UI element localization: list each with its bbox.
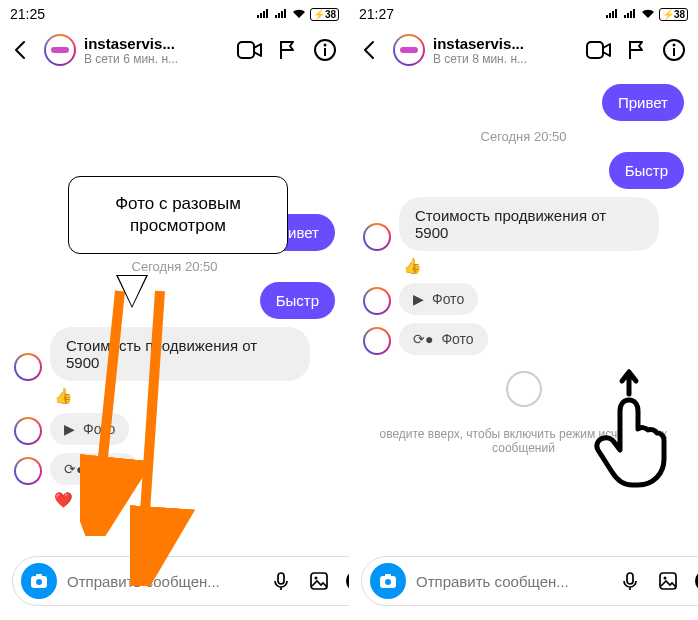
svg-point-9 <box>315 577 318 580</box>
chat-header: instaservis... В сети 6 мин. н... <box>0 28 349 76</box>
wifi-icon <box>292 9 306 19</box>
svg-rect-8 <box>311 573 327 589</box>
mic-icon[interactable] <box>267 567 295 595</box>
mic-icon[interactable] <box>616 567 644 595</box>
sender-avatar <box>363 223 391 251</box>
flag-icon[interactable] <box>626 39 648 61</box>
chat-presence: В сети 8 мин. н... <box>433 52 578 66</box>
signal-icon <box>605 9 619 19</box>
svg-rect-3 <box>324 48 326 56</box>
message-out[interactable]: Привет <box>363 84 684 121</box>
tooltip-callout: Фото с разовым просмотром <box>68 176 288 254</box>
svg-rect-11 <box>587 42 603 58</box>
message-in[interactable]: Стоимость продвижения от 5900 <box>363 197 684 251</box>
sender-avatar <box>363 287 391 315</box>
svg-point-2 <box>324 44 327 47</box>
messages-area[interactable]: Фото с разовым просмотром Привет Сегодня… <box>0 76 349 546</box>
chat-username: instaservis... <box>433 35 578 52</box>
bubble-fast: Быстр <box>609 152 684 189</box>
sender-avatar <box>14 353 42 381</box>
bubble-hello: Привет <box>602 84 684 121</box>
play-icon: ▶ <box>64 421 75 437</box>
play-icon: ▶ <box>413 291 424 307</box>
battery-indicator: ⚡38 <box>659 8 688 21</box>
gallery-icon[interactable] <box>305 567 333 595</box>
message-out[interactable]: Быстр <box>363 152 684 189</box>
date-separator: Сегодня 20:50 <box>363 129 684 144</box>
wifi-icon <box>641 9 655 19</box>
svg-rect-14 <box>673 48 675 56</box>
status-time: 21:27 <box>359 6 394 22</box>
svg-rect-6 <box>36 574 42 577</box>
svg-point-13 <box>673 44 676 47</box>
avatar[interactable] <box>393 34 425 66</box>
status-bar: 21:27 ⚡38 <box>349 0 698 28</box>
chat-username: instaservis... <box>84 35 229 52</box>
flag-icon[interactable] <box>277 39 299 61</box>
svg-rect-7 <box>278 573 284 584</box>
info-icon[interactable] <box>662 38 686 62</box>
arrow-annotation-2 <box>130 286 250 586</box>
replay-icon: ⟳● <box>413 331 433 347</box>
sender-avatar <box>14 457 42 485</box>
svg-rect-17 <box>385 574 391 577</box>
signal-icon-2 <box>623 9 637 19</box>
back-button[interactable] <box>8 36 36 64</box>
status-time: 21:25 <box>10 6 45 22</box>
sender-avatar <box>14 417 42 445</box>
reaction-thumbs-up[interactable]: 👍 <box>403 257 684 275</box>
sender-avatar <box>363 327 391 355</box>
svg-point-5 <box>36 579 42 585</box>
bubble-fast: Быстр <box>260 282 335 319</box>
video-call-icon[interactable] <box>237 39 263 61</box>
svg-rect-18 <box>627 573 633 584</box>
phone-left: 21:25 ⚡38 instaservis... В сети 6 мин. н… <box>0 0 349 620</box>
signal-icon-2 <box>274 9 288 19</box>
svg-rect-0 <box>238 42 254 58</box>
message-input[interactable] <box>416 573 606 590</box>
chat-header: instaservis... В сети 8 мин. н... <box>349 28 698 76</box>
battery-indicator: ⚡38 <box>310 8 339 21</box>
chat-title-block[interactable]: instaservis... В сети 8 мин. н... <box>433 35 578 66</box>
bubble-price: Стоимость продвижения от 5900 <box>399 197 659 251</box>
camera-button[interactable] <box>21 563 57 599</box>
photo-message-1[interactable]: ▶Фото <box>363 283 684 315</box>
svg-rect-19 <box>660 573 676 589</box>
svg-point-20 <box>664 577 667 580</box>
phone-right: 21:27 ⚡38 instaservis... В сети 8 мин. н… <box>349 0 698 620</box>
swipe-up-gesture-icon <box>584 366 674 500</box>
info-icon[interactable] <box>313 38 337 62</box>
composer <box>349 546 698 620</box>
gallery-icon[interactable] <box>654 567 682 595</box>
status-bar: 21:25 ⚡38 <box>0 0 349 28</box>
camera-button[interactable] <box>370 563 406 599</box>
plus-icon[interactable] <box>692 567 698 595</box>
chat-title-block[interactable]: instaservis... В сети 6 мин. н... <box>84 35 229 66</box>
video-call-icon[interactable] <box>586 39 612 61</box>
signal-icon <box>256 9 270 19</box>
messages-area[interactable]: Привет Сегодня 20:50 Быстр Стоимость про… <box>349 76 698 546</box>
avatar[interactable] <box>44 34 76 66</box>
svg-point-16 <box>385 579 391 585</box>
photo-label: Фото <box>432 291 464 307</box>
photo-label: Фото <box>441 331 473 347</box>
photo-message-2[interactable]: ⟳●Фото <box>363 323 684 355</box>
back-button[interactable] <box>357 36 385 64</box>
date-separator: Сегодня 20:50 <box>14 259 335 274</box>
chat-presence: В сети 6 мин. н... <box>84 52 229 66</box>
compose-pill[interactable] <box>361 556 698 606</box>
